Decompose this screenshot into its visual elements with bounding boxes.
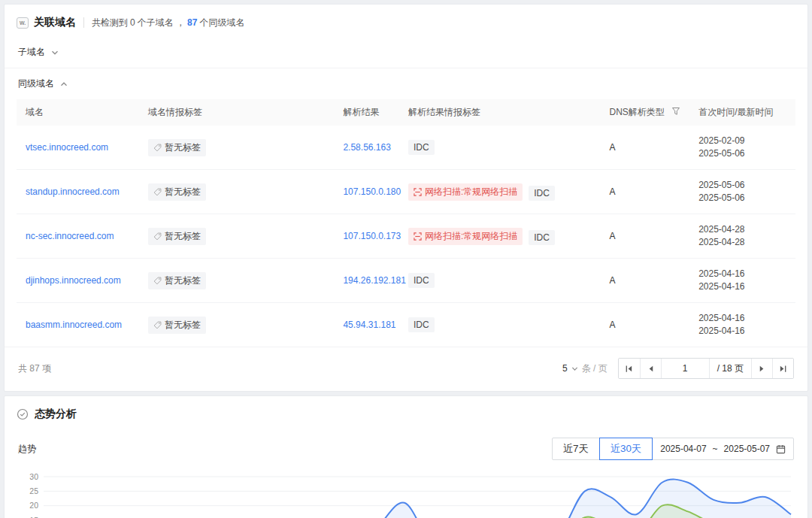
next-page-icon [758, 365, 766, 373]
subdomain-count: 0 [130, 17, 135, 28]
tag-icon [153, 188, 162, 196]
last-time: 2025-05-06 [698, 147, 786, 160]
scan-icon [414, 188, 422, 196]
tag-icon [153, 277, 162, 285]
sibling-section-label: 同级域名 [18, 77, 54, 90]
pagination-bar: 共 87 项 5 条 / 页 / 18 页 [5, 347, 807, 391]
trend-controls-row: 趋势 近7天 近30天 2025-04-07 ~ 2025-05-07 [5, 429, 807, 468]
range-7d-button[interactable]: 近7天 [552, 438, 600, 460]
trend-chart[interactable]: 0510152025302025-04-072025-04-092025-04-… [17, 471, 795, 518]
table-header-row: 域名 域名情报标签 解析结果 解析结果情报标签 DNS解析类型 首次时间/最新时… [17, 99, 795, 126]
col-result-tag: 解析结果情报标签 [399, 99, 601, 126]
summary-prefix: 共检测到 [92, 17, 128, 28]
related-domains-panel: W. 关联域名 共检测到0个子域名 ，87个同级域名 子域名 同级域名 域名 [4, 4, 808, 392]
last-time: 2025-05-06 [698, 192, 786, 204]
table-row: djinhops.innocreed.com暂无标签194.26.192.181… [17, 259, 795, 303]
col-resolve-result: 解析结果 [334, 99, 399, 126]
ip-link[interactable]: 45.94.31.181 [343, 320, 395, 330]
last-page-button[interactable] [772, 359, 793, 378]
page-size-value: 5 [562, 363, 568, 374]
last-time: 2025-04-16 [698, 325, 786, 338]
situation-analysis-panel: 态势分析 趋势 近7天 近30天 2025-04-07 ~ 2025-05-07… [4, 395, 808, 518]
domain-tag-badge: 暂无标签 [148, 139, 206, 156]
summary-suffix: 个同级域名 [199, 17, 244, 28]
domain-link[interactable]: baasmm.innocreed.com [26, 320, 122, 330]
result-tag-badge: IDC [529, 230, 555, 245]
ip-link[interactable]: 107.150.0.173 [343, 231, 401, 241]
per-page-label: 条 / 页 [582, 362, 607, 375]
first-page-button[interactable] [619, 359, 640, 378]
chevron-up-icon [60, 80, 68, 88]
divider [83, 17, 84, 28]
col-dns-type: DNS解析类型 [600, 99, 689, 126]
sibling-section-toggle[interactable]: 同级域名 [5, 68, 807, 99]
domain-link[interactable]: standup.innocreed.com [26, 186, 120, 197]
svg-text:25: 25 [29, 486, 38, 495]
total-items-label: 共 87 项 [18, 362, 51, 375]
svg-text:30: 30 [29, 472, 38, 481]
range-30d-button[interactable]: 近30天 [599, 438, 653, 460]
page-title: 关联域名 [34, 16, 76, 29]
domain-link[interactable]: vtsec.innocreed.com [26, 142, 108, 153]
domain-tag-badge: 暂无标签 [148, 183, 206, 201]
page-input[interactable] [661, 359, 709, 378]
tag-icon [153, 321, 162, 329]
filter-icon[interactable] [671, 107, 680, 118]
dns-type-value: A [609, 320, 615, 330]
dns-type-value: A [609, 231, 615, 241]
domain-link[interactable]: djinhops.innocreed.com [26, 275, 121, 286]
next-page-button[interactable] [751, 359, 772, 378]
ip-link[interactable]: 2.58.56.163 [343, 142, 390, 153]
total-pages-label: / 18 页 [709, 359, 751, 378]
table-row: vtsec.innocreed.com暂无标签2.58.56.163IDCA20… [17, 126, 795, 170]
tag-icon [153, 232, 162, 241]
domain-tag-badge: 暂无标签 [148, 272, 206, 289]
scan-icon [414, 232, 422, 241]
panel2-header: 态势分析 [5, 396, 807, 429]
range-controls: 近7天 近30天 2025-04-07 ~ 2025-05-07 [552, 438, 794, 460]
sibling-domains-table-wrap: 域名 域名情报标签 解析结果 解析结果情报标签 DNS解析类型 首次时间/最新时… [5, 99, 807, 347]
calendar-icon [776, 444, 786, 454]
result-tag-badge: IDC [408, 317, 435, 332]
pager: / 18 页 [618, 358, 794, 379]
scan-tag-badge: 网络扫描:常规网络扫描 [408, 183, 523, 201]
summary-mid: 个子域名 ， [138, 17, 185, 28]
page-size-select[interactable]: 5 条 / 页 [562, 362, 607, 375]
scan-tag-badge: 网络扫描:常规网络扫描 [408, 228, 523, 245]
result-tag-badge: IDC [408, 140, 435, 155]
prev-page-button[interactable] [640, 359, 661, 378]
result-tag-badge: IDC [529, 186, 555, 201]
table-row: nc-sec.innocreed.com暂无标签107.150.0.173网络扫… [17, 214, 795, 259]
tag-icon [153, 144, 162, 152]
date-end: 2025-05-07 [724, 444, 770, 454]
first-time: 2025-04-16 [698, 268, 786, 280]
panel-header: W. 关联域名 共检测到0个子域名 ，87个同级域名 [5, 5, 807, 37]
favicon-placeholder-icon: W. [17, 17, 29, 29]
first-time: 2025-04-28 [698, 223, 786, 236]
ip-link[interactable]: 194.26.192.181 [343, 275, 405, 286]
first-time: 2025-04-16 [698, 312, 786, 325]
date-start: 2025-04-07 [660, 444, 706, 454]
domain-tag-badge: 暂无标签 [148, 228, 206, 245]
svg-text:15: 15 [29, 516, 38, 518]
ip-link[interactable]: 107.150.0.180 [343, 186, 401, 197]
sibling-count: 87 [187, 17, 197, 28]
trend-chart-area: 0510152025302025-04-072025-04-092025-04-… [5, 468, 807, 518]
first-time: 2025-05-06 [698, 179, 786, 192]
check-circle-icon [17, 408, 29, 420]
date-range-picker[interactable]: 2025-04-07 ~ 2025-05-07 [652, 438, 794, 460]
sibling-domains-table: 域名 域名情报标签 解析结果 解析结果情报标签 DNS解析类型 首次时间/最新时… [17, 99, 795, 347]
result-tag-badge: IDC [408, 273, 435, 288]
subdomain-section-toggle[interactable]: 子域名 [5, 37, 807, 68]
domain-tag-badge: 暂无标签 [148, 317, 206, 334]
dns-type-value: A [609, 275, 615, 286]
first-time: 2025-02-09 [698, 135, 786, 147]
col-time: 首次时间/最新时间 [689, 99, 795, 126]
table-row: baasmm.innocreed.com暂无标签45.94.31.181IDCA… [17, 303, 795, 347]
last-time: 2025-04-28 [698, 236, 786, 249]
chevron-down-icon [51, 49, 59, 56]
domain-link[interactable]: nc-sec.innocreed.com [26, 231, 114, 241]
dns-type-value: A [609, 186, 615, 197]
last-page-icon [779, 365, 787, 373]
svg-text:20: 20 [29, 501, 38, 510]
